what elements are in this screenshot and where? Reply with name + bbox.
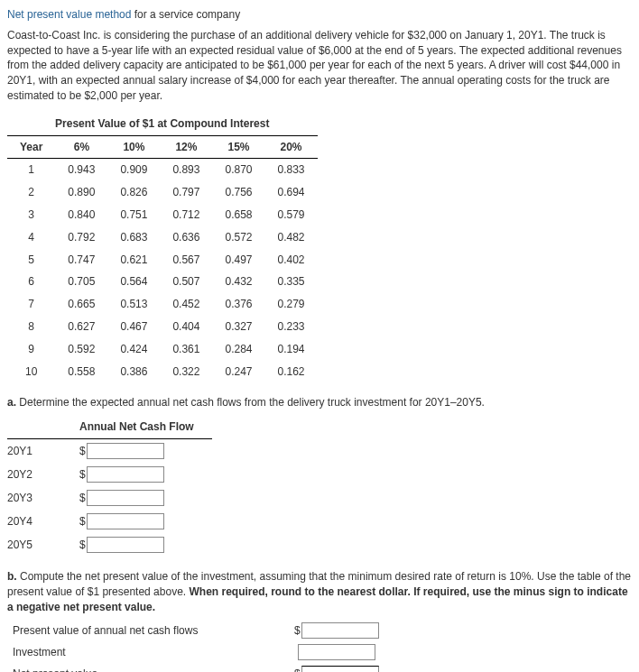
dollar-sign: $: [79, 515, 86, 528]
pv-year-cell: 1: [7, 159, 55, 181]
title-line: Net present value method for a service c…: [7, 7, 632, 23]
cf-row: 20Y2$: [7, 463, 212, 486]
pv-value-cell: 0.558: [55, 361, 107, 383]
pv-value-cell: 0.335: [264, 271, 317, 293]
pv-year-cell: 8: [7, 316, 55, 338]
npv-row-inv: Investment: [7, 641, 384, 663]
pv-row: 90.5920.4240.3610.2840.194: [7, 338, 318, 361]
pv-value-cell: 0.404: [160, 316, 212, 338]
pv-value-cell: 0.665: [55, 293, 107, 316]
pv-value-cell: 0.452: [160, 293, 212, 316]
cf-row: 20Y3$: [7, 486, 212, 510]
pv-value-cell: 0.658: [212, 204, 264, 226]
pv-value-cell: 0.870: [212, 159, 264, 181]
pv-year-cell: 3: [7, 204, 55, 226]
pv-value-cell: 0.361: [160, 338, 212, 361]
dollar-sign: $: [294, 624, 301, 637]
pv-row: 50.7470.6210.5670.4970.402: [7, 249, 318, 272]
cf-input-20Y4[interactable]: [87, 513, 164, 529]
npv-label-inv: Investment: [7, 641, 289, 663]
cf-input-20Y2[interactable]: [87, 466, 164, 483]
pv-year-cell: 2: [7, 181, 55, 204]
pv-value-cell: 0.683: [107, 226, 160, 249]
cf-amount-cell: $: [79, 533, 212, 557]
pv-value-cell: 0.751: [107, 204, 160, 226]
pv-value-cell: 0.636: [160, 226, 212, 249]
pv-header-row: Year 6% 10% 12% 15% 20%: [7, 135, 318, 159]
pv-value-cell: 0.507: [160, 271, 212, 293]
pv-value-cell: 0.792: [55, 226, 107, 249]
cf-input-20Y1[interactable]: [87, 443, 164, 459]
pv-h4: 15%: [212, 135, 264, 159]
pv-row: 10.9430.9090.8930.8700.833: [7, 159, 318, 181]
pv-year-cell: 9: [7, 338, 55, 361]
npv-input[interactable]: [301, 666, 379, 672]
investment-input[interactable]: [298, 644, 375, 660]
pv-value-cell: 0.943: [55, 159, 107, 181]
cf-row: 20Y5$: [7, 533, 212, 557]
pv-row: 80.6270.4670.4040.3270.233: [7, 316, 318, 338]
pv-value-cell: 0.386: [107, 361, 160, 383]
cf-amount-cell: $: [79, 463, 212, 486]
dollar-spacer: [294, 646, 297, 658]
pv-h2: 10%: [107, 135, 160, 159]
pv-value-cell: 0.893: [160, 159, 212, 181]
cf-input-20Y3[interactable]: [87, 490, 164, 506]
pv-year-cell: 10: [7, 361, 55, 383]
pv-value-cell: 0.592: [55, 338, 107, 361]
pv-table: Present Value of $1 at Compound Interest…: [7, 113, 318, 383]
pv-value-cell: 0.747: [55, 249, 107, 272]
pv-value-cell: 0.890: [55, 181, 107, 204]
npv-label-pv: Present value of annual net cash flows: [7, 620, 289, 641]
dollar-sign: $: [79, 468, 86, 481]
cf-input-20Y5[interactable]: [87, 537, 164, 553]
pv-h0: Year: [7, 135, 55, 159]
pv-value-cell: 0.513: [107, 293, 160, 316]
pv-value-cell: 0.322: [160, 361, 212, 383]
dollar-sign: $: [294, 667, 301, 672]
pv-row: 60.7050.5640.5070.4320.335: [7, 271, 318, 293]
pv-value-cell: 0.579: [264, 204, 317, 226]
pv-value-cell: 0.376: [212, 293, 264, 316]
pv-h1: 6%: [55, 135, 107, 159]
pv-caption: Present Value of $1 at Compound Interest: [7, 113, 318, 135]
problem-text: Coast-to-Coast Inc. is considering the p…: [7, 28, 632, 104]
npv-row-npv: Net present value $: [7, 663, 384, 672]
cf-amount-cell: $: [79, 510, 212, 533]
cf-year: 20Y5: [7, 533, 79, 557]
npv-row-pv: Present value of annual net cash flows $: [7, 620, 384, 641]
pv-value-cell: 0.482: [264, 226, 317, 249]
pv-value-cell: 0.909: [107, 159, 160, 181]
a-text: Determine the expected annual net cash f…: [16, 396, 485, 409]
pv-value-cell: 0.162: [264, 361, 317, 383]
pv-value-cell: 0.402: [264, 249, 317, 272]
pv-year-cell: 5: [7, 249, 55, 272]
pv-value-cell: 0.712: [160, 204, 212, 226]
cf-amount-cell: $: [79, 486, 212, 510]
pv-year-cell: 6: [7, 271, 55, 293]
pv-value-cell: 0.247: [212, 361, 264, 383]
dollar-sign: $: [79, 445, 86, 457]
pv-cashflows-input[interactable]: [301, 622, 379, 639]
pv-value-cell: 0.797: [160, 181, 212, 204]
question-a: a. Determine the expected annual net cas…: [7, 395, 632, 410]
npv-label-npv: Net present value: [7, 663, 289, 672]
cf-year: 20Y1: [7, 438, 79, 463]
cf-row: 20Y1$: [7, 438, 212, 463]
pv-value-cell: 0.567: [160, 249, 212, 272]
pv-year-cell: 4: [7, 226, 55, 249]
pv-value-cell: 0.833: [264, 159, 317, 181]
cf-year: 20Y4: [7, 510, 79, 533]
cf-year: 20Y3: [7, 486, 79, 510]
pv-row: 30.8400.7510.7120.6580.579: [7, 204, 318, 226]
npv-table: Present value of annual net cash flows $…: [7, 620, 384, 672]
pv-value-cell: 0.705: [55, 271, 107, 293]
pv-value-cell: 0.497: [212, 249, 264, 272]
pv-value-cell: 0.327: [212, 316, 264, 338]
pv-value-cell: 0.424: [107, 338, 160, 361]
pv-value-cell: 0.627: [55, 316, 107, 338]
pv-value-cell: 0.233: [264, 316, 317, 338]
pv-row: 40.7920.6830.6360.5720.482: [7, 226, 318, 249]
pv-value-cell: 0.564: [107, 271, 160, 293]
pv-value-cell: 0.432: [212, 271, 264, 293]
